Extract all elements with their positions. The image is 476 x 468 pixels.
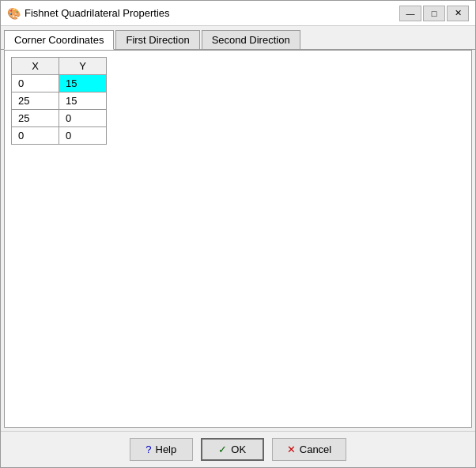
help-button[interactable]: ? Help bbox=[130, 438, 193, 461]
main-window: 🎨 Fishnet Quadrilateral Properties — □ ✕… bbox=[0, 0, 476, 468]
tab-bar: Corner Coordinates First Direction Secon… bbox=[1, 26, 475, 50]
cell-y[interactable]: 0 bbox=[59, 110, 107, 127]
cell-x[interactable]: 25 bbox=[12, 92, 59, 110]
footer: ? Help ✓ OK ✕ Cancel bbox=[1, 431, 475, 467]
window-title: Fishnet Quadrilateral Properties bbox=[25, 7, 170, 19]
table-row[interactable]: 0 15 bbox=[12, 75, 107, 92]
cell-y[interactable]: 15 bbox=[59, 75, 107, 92]
cell-y[interactable]: 0 bbox=[59, 127, 107, 145]
tab-second-direction[interactable]: Second Direction bbox=[202, 30, 300, 50]
coordinates-table: X Y 0 15 25 15 25 0 0 0 bbox=[11, 57, 107, 145]
help-icon: ? bbox=[145, 443, 151, 455]
cell-x[interactable]: 0 bbox=[12, 75, 59, 92]
cancel-label: Cancel bbox=[300, 443, 331, 455]
col-header-y: Y bbox=[59, 58, 107, 75]
ok-icon: ✓ bbox=[218, 443, 227, 455]
cell-x[interactable]: 0 bbox=[12, 127, 59, 145]
ok-button[interactable]: ✓ OK bbox=[201, 438, 264, 461]
tab-first-direction[interactable]: First Direction bbox=[115, 30, 199, 50]
app-icon: 🎨 bbox=[7, 7, 20, 20]
table-header-row: X Y bbox=[12, 58, 107, 75]
title-bar: 🎨 Fishnet Quadrilateral Properties — □ ✕ bbox=[1, 1, 475, 26]
table-row[interactable]: 25 15 bbox=[12, 92, 107, 110]
minimize-button[interactable]: — bbox=[399, 6, 421, 21]
tab-corner-coordinates[interactable]: Corner Coordinates bbox=[4, 30, 114, 50]
cell-y[interactable]: 15 bbox=[59, 92, 107, 110]
table-row[interactable]: 0 0 bbox=[12, 127, 107, 145]
close-button[interactable]: ✕ bbox=[447, 6, 469, 21]
maximize-button[interactable]: □ bbox=[423, 6, 445, 21]
col-header-x: X bbox=[12, 58, 59, 75]
ok-label: OK bbox=[231, 443, 246, 455]
help-label: Help bbox=[156, 443, 177, 455]
cell-x[interactable]: 25 bbox=[12, 110, 59, 127]
title-bar-controls: — □ ✕ bbox=[399, 6, 469, 21]
title-bar-left: 🎨 Fishnet Quadrilateral Properties bbox=[7, 7, 170, 20]
cancel-icon: ✕ bbox=[287, 443, 296, 455]
table-row[interactable]: 25 0 bbox=[12, 110, 107, 127]
cancel-button[interactable]: ✕ Cancel bbox=[272, 438, 346, 461]
content-area: X Y 0 15 25 15 25 0 0 0 bbox=[4, 50, 472, 428]
